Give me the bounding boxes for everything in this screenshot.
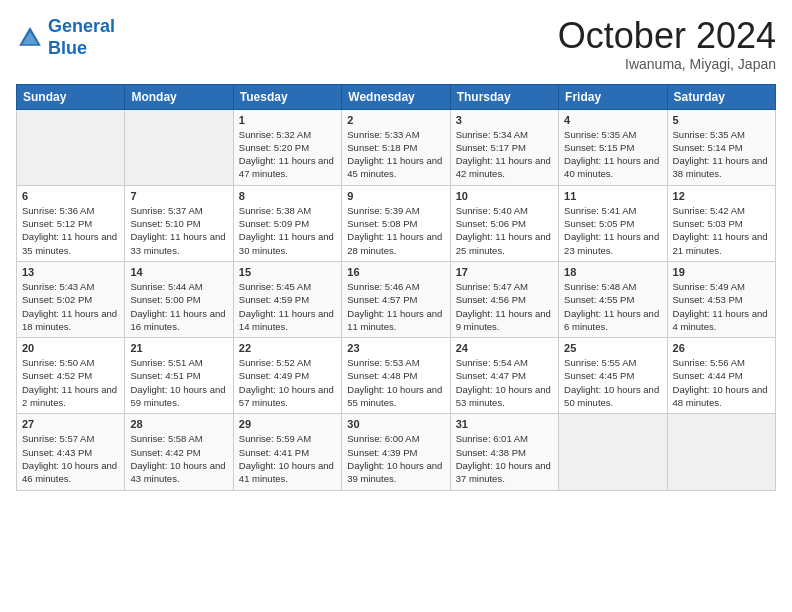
day-info: Sunrise: 5:48 AM Sunset: 4:55 PM Dayligh… xyxy=(564,280,661,333)
calendar-cell: 16Sunrise: 5:46 AM Sunset: 4:57 PM Dayli… xyxy=(342,261,450,337)
day-number: 20 xyxy=(22,342,119,354)
day-info: Sunrise: 5:37 AM Sunset: 5:10 PM Dayligh… xyxy=(130,204,227,257)
day-info: Sunrise: 5:56 AM Sunset: 4:44 PM Dayligh… xyxy=(673,356,770,409)
calendar-cell xyxy=(667,414,775,490)
day-info: Sunrise: 5:58 AM Sunset: 4:42 PM Dayligh… xyxy=(130,432,227,485)
day-number: 4 xyxy=(564,114,661,126)
day-info: Sunrise: 5:54 AM Sunset: 4:47 PM Dayligh… xyxy=(456,356,553,409)
day-info: Sunrise: 5:43 AM Sunset: 5:02 PM Dayligh… xyxy=(22,280,119,333)
calendar-cell: 6Sunrise: 5:36 AM Sunset: 5:12 PM Daylig… xyxy=(17,185,125,261)
day-number: 26 xyxy=(673,342,770,354)
day-number: 1 xyxy=(239,114,336,126)
calendar-cell: 30Sunrise: 6:00 AM Sunset: 4:39 PM Dayli… xyxy=(342,414,450,490)
calendar-cell: 9Sunrise: 5:39 AM Sunset: 5:08 PM Daylig… xyxy=(342,185,450,261)
day-number: 23 xyxy=(347,342,444,354)
day-number: 18 xyxy=(564,266,661,278)
calendar-cell: 15Sunrise: 5:45 AM Sunset: 4:59 PM Dayli… xyxy=(233,261,341,337)
day-info: Sunrise: 5:50 AM Sunset: 4:52 PM Dayligh… xyxy=(22,356,119,409)
calendar-cell xyxy=(17,109,125,185)
calendar-cell: 21Sunrise: 5:51 AM Sunset: 4:51 PM Dayli… xyxy=(125,338,233,414)
calendar-week-row: 13Sunrise: 5:43 AM Sunset: 5:02 PM Dayli… xyxy=(17,261,776,337)
calendar-cell: 26Sunrise: 5:56 AM Sunset: 4:44 PM Dayli… xyxy=(667,338,775,414)
logo: General Blue xyxy=(16,16,115,59)
calendar-cell: 11Sunrise: 5:41 AM Sunset: 5:05 PM Dayli… xyxy=(559,185,667,261)
day-number: 6 xyxy=(22,190,119,202)
calendar-week-row: 20Sunrise: 5:50 AM Sunset: 4:52 PM Dayli… xyxy=(17,338,776,414)
calendar-cell: 2Sunrise: 5:33 AM Sunset: 5:18 PM Daylig… xyxy=(342,109,450,185)
title-block: October 2024 Iwanuma, Miyagi, Japan xyxy=(558,16,776,72)
calendar-week-row: 1Sunrise: 5:32 AM Sunset: 5:20 PM Daylig… xyxy=(17,109,776,185)
weekday-header: Monday xyxy=(125,84,233,109)
calendar-cell: 4Sunrise: 5:35 AM Sunset: 5:15 PM Daylig… xyxy=(559,109,667,185)
day-number: 19 xyxy=(673,266,770,278)
day-number: 12 xyxy=(673,190,770,202)
day-info: Sunrise: 5:41 AM Sunset: 5:05 PM Dayligh… xyxy=(564,204,661,257)
day-info: Sunrise: 5:38 AM Sunset: 5:09 PM Dayligh… xyxy=(239,204,336,257)
calendar-cell: 5Sunrise: 5:35 AM Sunset: 5:14 PM Daylig… xyxy=(667,109,775,185)
weekday-header: Wednesday xyxy=(342,84,450,109)
day-number: 10 xyxy=(456,190,553,202)
day-info: Sunrise: 5:53 AM Sunset: 4:48 PM Dayligh… xyxy=(347,356,444,409)
day-info: Sunrise: 5:47 AM Sunset: 4:56 PM Dayligh… xyxy=(456,280,553,333)
day-number: 30 xyxy=(347,418,444,430)
calendar-cell: 14Sunrise: 5:44 AM Sunset: 5:00 PM Dayli… xyxy=(125,261,233,337)
day-number: 14 xyxy=(130,266,227,278)
calendar-cell: 12Sunrise: 5:42 AM Sunset: 5:03 PM Dayli… xyxy=(667,185,775,261)
calendar-week-row: 27Sunrise: 5:57 AM Sunset: 4:43 PM Dayli… xyxy=(17,414,776,490)
day-number: 15 xyxy=(239,266,336,278)
calendar-cell: 24Sunrise: 5:54 AM Sunset: 4:47 PM Dayli… xyxy=(450,338,558,414)
day-number: 16 xyxy=(347,266,444,278)
calendar-cell: 13Sunrise: 5:43 AM Sunset: 5:02 PM Dayli… xyxy=(17,261,125,337)
calendar-cell: 19Sunrise: 5:49 AM Sunset: 4:53 PM Dayli… xyxy=(667,261,775,337)
day-info: Sunrise: 6:00 AM Sunset: 4:39 PM Dayligh… xyxy=(347,432,444,485)
day-number: 28 xyxy=(130,418,227,430)
day-info: Sunrise: 5:49 AM Sunset: 4:53 PM Dayligh… xyxy=(673,280,770,333)
day-number: 9 xyxy=(347,190,444,202)
logo-line1: General xyxy=(48,16,115,36)
calendar-cell: 22Sunrise: 5:52 AM Sunset: 4:49 PM Dayli… xyxy=(233,338,341,414)
calendar-cell: 17Sunrise: 5:47 AM Sunset: 4:56 PM Dayli… xyxy=(450,261,558,337)
calendar-cell: 10Sunrise: 5:40 AM Sunset: 5:06 PM Dayli… xyxy=(450,185,558,261)
day-info: Sunrise: 5:51 AM Sunset: 4:51 PM Dayligh… xyxy=(130,356,227,409)
weekday-header: Friday xyxy=(559,84,667,109)
day-info: Sunrise: 5:46 AM Sunset: 4:57 PM Dayligh… xyxy=(347,280,444,333)
day-number: 3 xyxy=(456,114,553,126)
day-info: Sunrise: 5:32 AM Sunset: 5:20 PM Dayligh… xyxy=(239,128,336,181)
day-info: Sunrise: 5:40 AM Sunset: 5:06 PM Dayligh… xyxy=(456,204,553,257)
weekday-header: Sunday xyxy=(17,84,125,109)
day-info: Sunrise: 6:01 AM Sunset: 4:38 PM Dayligh… xyxy=(456,432,553,485)
calendar-cell: 31Sunrise: 6:01 AM Sunset: 4:38 PM Dayli… xyxy=(450,414,558,490)
day-number: 21 xyxy=(130,342,227,354)
calendar-cell: 3Sunrise: 5:34 AM Sunset: 5:17 PM Daylig… xyxy=(450,109,558,185)
calendar-cell: 1Sunrise: 5:32 AM Sunset: 5:20 PM Daylig… xyxy=(233,109,341,185)
day-info: Sunrise: 5:36 AM Sunset: 5:12 PM Dayligh… xyxy=(22,204,119,257)
logo-text: General Blue xyxy=(48,16,115,59)
logo-icon xyxy=(16,24,44,52)
day-number: 8 xyxy=(239,190,336,202)
calendar-cell: 20Sunrise: 5:50 AM Sunset: 4:52 PM Dayli… xyxy=(17,338,125,414)
day-number: 7 xyxy=(130,190,227,202)
day-info: Sunrise: 5:44 AM Sunset: 5:00 PM Dayligh… xyxy=(130,280,227,333)
day-number: 27 xyxy=(22,418,119,430)
calendar-cell: 25Sunrise: 5:55 AM Sunset: 4:45 PM Dayli… xyxy=(559,338,667,414)
day-info: Sunrise: 5:55 AM Sunset: 4:45 PM Dayligh… xyxy=(564,356,661,409)
day-number: 24 xyxy=(456,342,553,354)
logo-line2: Blue xyxy=(48,38,87,58)
page-header: General Blue October 2024 Iwanuma, Miyag… xyxy=(16,16,776,72)
month-title: October 2024 xyxy=(558,16,776,56)
day-number: 22 xyxy=(239,342,336,354)
day-number: 17 xyxy=(456,266,553,278)
day-number: 2 xyxy=(347,114,444,126)
calendar-cell: 8Sunrise: 5:38 AM Sunset: 5:09 PM Daylig… xyxy=(233,185,341,261)
day-number: 25 xyxy=(564,342,661,354)
day-info: Sunrise: 5:52 AM Sunset: 4:49 PM Dayligh… xyxy=(239,356,336,409)
day-info: Sunrise: 5:59 AM Sunset: 4:41 PM Dayligh… xyxy=(239,432,336,485)
calendar-cell: 28Sunrise: 5:58 AM Sunset: 4:42 PM Dayli… xyxy=(125,414,233,490)
calendar-cell: 27Sunrise: 5:57 AM Sunset: 4:43 PM Dayli… xyxy=(17,414,125,490)
weekday-header: Tuesday xyxy=(233,84,341,109)
day-info: Sunrise: 5:57 AM Sunset: 4:43 PM Dayligh… xyxy=(22,432,119,485)
day-info: Sunrise: 5:35 AM Sunset: 5:14 PM Dayligh… xyxy=(673,128,770,181)
day-number: 11 xyxy=(564,190,661,202)
day-info: Sunrise: 5:33 AM Sunset: 5:18 PM Dayligh… xyxy=(347,128,444,181)
calendar-table: SundayMondayTuesdayWednesdayThursdayFrid… xyxy=(16,84,776,491)
